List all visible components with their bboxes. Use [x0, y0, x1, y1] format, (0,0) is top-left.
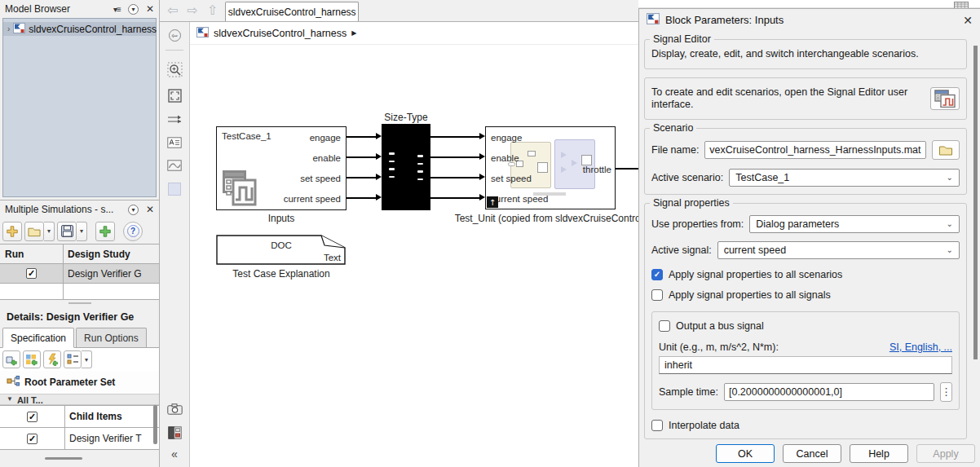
- unit-input[interactable]: inherit: [659, 356, 952, 374]
- unit-systems-link[interactable]: SI, English, ...: [890, 341, 952, 353]
- save-button[interactable]: [57, 222, 77, 241]
- browse-file-button[interactable]: [932, 140, 960, 160]
- table-row-empty[interactable]: [0, 284, 159, 300]
- ok-button[interactable]: OK: [716, 444, 775, 463]
- open-signal-editor-button[interactable]: [930, 87, 960, 110]
- inputs-block[interactable]: TestCase_1 engage enable set speed curre…: [216, 126, 347, 210]
- annotation-icon[interactable]: [167, 137, 182, 148]
- signal-line[interactable]: [347, 156, 376, 158]
- help-button[interactable]: ?: [123, 222, 143, 241]
- panel-minimize-icon[interactable]: ▾: [128, 205, 139, 215]
- harness-lock-icon: ↑: [487, 196, 498, 208]
- apply-button: Apply: [916, 444, 975, 463]
- help-button[interactable]: Help: [850, 444, 908, 463]
- test-unit-block[interactable]: engage enable set speed current speed th…: [485, 126, 616, 209]
- signal-line[interactable]: [347, 177, 376, 178]
- chevron-down-icon: ⌄: [947, 219, 953, 228]
- open-dropdown-icon[interactable]: ▾: [44, 222, 55, 241]
- use-properties-select[interactable]: Dialog parameters ⌄: [749, 215, 960, 233]
- fit-to-view-icon[interactable]: [168, 89, 182, 103]
- add-button[interactable]: [95, 222, 115, 241]
- scenario-legend: Scenario: [650, 122, 696, 134]
- close-icon[interactable]: ✕: [963, 15, 973, 26]
- root-parameter-set-row[interactable]: Root Parameter Set: [0, 371, 159, 394]
- signal-line[interactable]: [430, 136, 479, 138]
- breadcrumb: sldvexCruiseControl_harness ▶: [190, 22, 638, 45]
- breadcrumb-caret-icon[interactable]: ▶: [351, 29, 356, 37]
- zoom-icon[interactable]: [167, 62, 183, 77]
- save-dropdown-icon[interactable]: ▾: [77, 222, 87, 241]
- cancel-button[interactable]: Cancel: [783, 444, 841, 463]
- view-options-dropdown-icon[interactable]: ▾: [82, 350, 92, 368]
- signal-line[interactable]: [347, 197, 376, 199]
- size-type-block[interactable]: [382, 124, 430, 210]
- child-items-checkbox[interactable]: [27, 412, 38, 422]
- color-swatch-icon[interactable]: [168, 183, 181, 196]
- breadcrumb-item[interactable]: sldvexCruiseControl_harness: [214, 28, 347, 39]
- view-options-button[interactable]: [64, 350, 82, 368]
- launch-text: To create and edit scenarios, open the S…: [651, 86, 922, 112]
- chevron-down-icon: ⌄: [947, 245, 953, 254]
- panel-menu-icon[interactable]: ▾≡: [113, 5, 121, 14]
- col-run[interactable]: Run: [0, 245, 64, 263]
- collapsed-section-label: All T...: [17, 395, 43, 405]
- editor-navbar: ⇦ ⇨ ⇧ sldvexCruiseControl_harness: [160, 0, 638, 22]
- run-checkbox[interactable]: [26, 268, 37, 279]
- apply-scenarios-checkbox[interactable]: [651, 269, 663, 280]
- active-signal-select[interactable]: current speed ⌄: [717, 241, 960, 259]
- section-caret-icon: ▼: [7, 395, 13, 403]
- table-row[interactable]: Child Items: [0, 406, 159, 428]
- simulink-model-icon: [13, 23, 25, 36]
- signal-line[interactable]: [430, 177, 479, 178]
- add-fault-button[interactable]: [43, 350, 61, 368]
- collapsed-section-row[interactable]: ▼ All T...: [0, 394, 159, 405]
- apply-signals-checkbox[interactable]: [651, 289, 663, 301]
- tree-expand-icon[interactable]: ›: [7, 24, 10, 33]
- table-row[interactable]: Design Verifier T: [0, 428, 159, 450]
- horizontal-scrollbar[interactable]: [45, 457, 82, 460]
- signal-line[interactable]: [430, 156, 479, 158]
- editor-tab[interactable]: sldvexCruiseControl_harness: [225, 2, 359, 21]
- active-scenario-select[interactable]: TestCase_1 ⌄: [729, 169, 960, 187]
- image-icon[interactable]: [167, 160, 182, 171]
- doc-block[interactable]: DOC Text: [216, 235, 347, 265]
- hide-browser-icon[interactable]: ⇦: [169, 29, 181, 42]
- new-design-study-button[interactable]: [2, 222, 22, 241]
- col-design-study[interactable]: Design Study: [64, 245, 159, 263]
- active-signal-label: Active signal:: [651, 245, 712, 256]
- kebab-icon[interactable]: ⋮: [940, 382, 952, 402]
- library-icon[interactable]: [168, 426, 182, 439]
- tree-item-harness[interactable]: › sldvexCruiseControl_harness: [3, 22, 156, 36]
- close-icon[interactable]: ✕: [146, 4, 154, 14]
- close-icon[interactable]: ✕: [146, 205, 154, 214]
- add-table-button[interactable]: [23, 350, 41, 368]
- tab-specification[interactable]: Specification: [2, 328, 74, 348]
- interpolate-checkbox[interactable]: [651, 420, 663, 431]
- panel-splitter[interactable]: [0, 300, 159, 306]
- port-current-speed: current speed: [491, 194, 548, 204]
- signal-line-throttle[interactable]: [616, 168, 638, 170]
- collapse-palette-icon[interactable]: «: [171, 447, 178, 460]
- dialog-titlebar[interactable]: Block Parameters: Inputs ✕: [639, 9, 980, 31]
- screenshot-icon[interactable]: [167, 403, 183, 415]
- root-parameter-set-label: Root Parameter Set: [24, 377, 115, 388]
- canvas[interactable]: TestCase_1 engage enable set speed curre…: [190, 45, 638, 467]
- table-row[interactable]: Design Verifier G: [0, 264, 159, 284]
- design-verifier-checkbox[interactable]: [27, 434, 38, 444]
- nav-forward-icon[interactable]: ⇨: [187, 4, 197, 17]
- signal-routing-icon[interactable]: [167, 114, 182, 126]
- sample-time-input[interactable]: [0.2000000000000001,0]: [724, 383, 934, 401]
- tab-run-options[interactable]: Run Options: [76, 328, 147, 347]
- nav-up-icon[interactable]: ⇧: [207, 4, 218, 17]
- signal-line[interactable]: [347, 136, 376, 138]
- add-parameter-set-button[interactable]: [2, 350, 20, 368]
- inputs-block-label: Inputs: [216, 213, 347, 224]
- file-name-input[interactable]: vexCruiseControl_harness_HarnessInputs.m…: [704, 141, 926, 159]
- panel-minimize-icon[interactable]: ▾: [128, 4, 139, 15]
- nav-back-icon[interactable]: ⇦: [167, 4, 178, 17]
- signal-line[interactable]: [430, 197, 479, 199]
- dialog-scrollbar[interactable]: [973, 46, 978, 359]
- output-bus-checkbox[interactable]: [659, 320, 670, 332]
- vertical-scrollbar[interactable]: [153, 405, 157, 444]
- open-button[interactable]: [24, 222, 44, 241]
